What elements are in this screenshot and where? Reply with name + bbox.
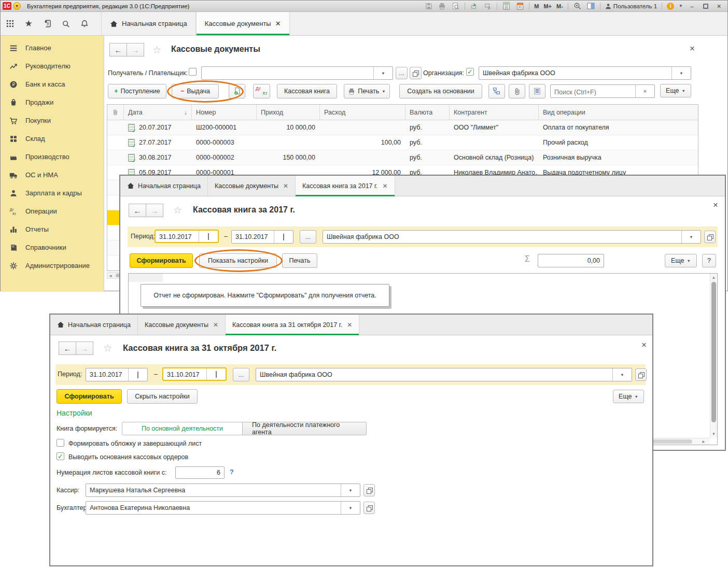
forward-button[interactable]: →	[76, 342, 93, 355]
zoom-icon[interactable]	[573, 2, 582, 10]
issue-button[interactable]: − Выдача	[172, 84, 219, 98]
dt-kt-button[interactable]: Дт Кт	[253, 84, 270, 98]
organization-combobox[interactable]: Швейная фабрика ООО▼	[323, 230, 701, 244]
sidebar-item-manager[interactable]: Руководителю	[1, 57, 104, 75]
column-header-counterparty[interactable]: Контрагент	[450, 105, 539, 120]
recipient-choose-button[interactable]: ...	[396, 67, 408, 79]
sidebar-item-purchases[interactable]: Покупки	[1, 111, 104, 130]
memory-add-button[interactable]: M+	[543, 2, 552, 10]
cashier-combobox[interactable]: Маркушева Наталья Сергеевна▼	[86, 483, 360, 497]
tab-close-icon[interactable]: ✕	[383, 182, 388, 190]
help-button[interactable]: ?	[702, 254, 716, 267]
close-button[interactable]: ×	[715, 2, 723, 10]
form-close-icon[interactable]: ×	[690, 44, 695, 53]
back-button[interactable]: ←	[109, 43, 127, 56]
generate-button[interactable]: Сформировать	[57, 389, 122, 404]
sidebar-item-administration[interactable]: Администрирование	[1, 257, 104, 275]
option-main-activity[interactable]: По основной деятельности	[122, 422, 243, 435]
generate-button[interactable]: Сформировать	[130, 253, 193, 268]
sidebar-item-warehouse[interactable]: Склад	[1, 130, 104, 148]
tab-cash-book-2017[interactable]: Кассовая книга за 2017 г.✕	[296, 176, 395, 196]
memory-recall-button[interactable]: M	[534, 2, 539, 10]
calendar-icon[interactable]: 31	[515, 2, 524, 10]
search-input[interactable]	[554, 89, 632, 96]
date-from-field[interactable]: 31.10.2017	[155, 230, 219, 243]
date-to-field[interactable]: 31.10.2017	[231, 230, 293, 244]
tab-close-icon[interactable]: ✕	[283, 182, 288, 190]
table-row[interactable]: 30.08.2017 0000-000002 150 000,00 руб. О…	[107, 150, 698, 165]
current-user[interactable]: Пользователь 1	[605, 3, 657, 9]
main-menu-dropdown-icon[interactable]: ▼	[13, 2, 21, 10]
tab-close-icon[interactable]: ✕	[347, 321, 352, 329]
date-to-field[interactable]: 31.10.2017	[162, 367, 227, 381]
organization-open-button[interactable]	[635, 368, 647, 381]
organization-open-button[interactable]	[704, 231, 716, 243]
tab-home[interactable]: Начальная страница	[120, 176, 208, 196]
tab-close-icon[interactable]: ✕	[275, 20, 281, 27]
favorite-star-icon[interactable]: ☆	[173, 204, 182, 216]
column-header-date[interactable]: Дата ↓	[124, 105, 192, 120]
info-icon[interactable]: i	[667, 3, 674, 10]
attachment-column-icon[interactable]	[107, 105, 124, 120]
form-close-icon[interactable]: ×	[713, 201, 718, 209]
forward-button[interactable]: →	[127, 43, 144, 56]
back-button[interactable]: ←	[129, 204, 146, 217]
numbering-help-link[interactable]: ?	[230, 468, 234, 476]
preview-icon[interactable]	[451, 2, 460, 10]
tab-home[interactable]: Начальная страница	[101, 12, 196, 35]
period-choose-button[interactable]: ...	[233, 368, 249, 381]
recipient-filter-combobox[interactable]: ▼	[201, 66, 393, 80]
organization-combobox[interactable]: Швейная фабрика ООО▼	[479, 66, 691, 80]
accountant-open-button[interactable]	[363, 502, 375, 514]
copy-document-button[interactable]	[229, 84, 245, 98]
tab-cash-documents[interactable]: Кассовые документы✕	[138, 315, 226, 335]
organization-checkbox[interactable]: ✓	[466, 68, 474, 76]
create-based-on-button[interactable]: Создать на основании	[399, 84, 482, 98]
table-row[interactable]: 20.07.2017 Ш200-000001 10 000,00 руб. ОО…	[107, 120, 698, 135]
list-settings-button[interactable]	[529, 84, 545, 98]
tab-cash-documents[interactable]: Кассовые документы ✕	[196, 12, 290, 35]
forward-button[interactable]: →	[146, 204, 163, 217]
cashier-open-button[interactable]	[363, 484, 375, 496]
favorites-icon[interactable]: ★	[19, 12, 38, 35]
accountant-combobox[interactable]: Антонова Екатерина Николаевна▼	[86, 501, 360, 515]
tab-home[interactable]: Начальная страница	[50, 315, 138, 335]
history-icon[interactable]	[38, 12, 57, 35]
organization-combobox[interactable]: Швейная фабрика ООО▼	[256, 368, 632, 381]
show-settings-button[interactable]: Показать настройки	[199, 253, 277, 268]
favorite-star-icon[interactable]: ☆	[152, 44, 161, 56]
order-basis-checkbox[interactable]: ✓	[57, 452, 64, 460]
favorite-star-icon[interactable]: ☆	[103, 342, 112, 354]
sidebar-item-bank-cash[interactable]: ₽ Банк и касса	[1, 75, 104, 93]
print-menu-button[interactable]: Печать▼	[344, 84, 390, 98]
calendar-picker-icon[interactable]	[206, 368, 226, 380]
sidebar-item-references[interactable]: Справочники	[1, 238, 104, 257]
table-row[interactable]: 27.07.2017 0000-000003 100,00 руб. Прочи…	[107, 135, 698, 150]
cash-book-button[interactable]: Кассовая книга	[277, 84, 337, 98]
sum-field[interactable]: 0,00	[538, 254, 604, 267]
tab-close-icon[interactable]: ✕	[213, 321, 218, 329]
receipt-button[interactable]: + Поступление	[108, 84, 166, 98]
column-header-expense[interactable]: Расход	[320, 105, 405, 120]
tab-cash-book-october[interactable]: Кассовая книга за 31 октября 2017 г.✕	[226, 315, 359, 335]
period-choose-button[interactable]: ...	[300, 230, 316, 244]
attachments-button[interactable]	[509, 84, 525, 98]
date-from-field[interactable]: 31.10.2017	[86, 368, 148, 381]
print-button[interactable]: Печать	[282, 253, 317, 268]
notifications-bell-icon[interactable]	[75, 12, 94, 35]
calendar-picker-icon[interactable]	[274, 231, 293, 243]
sidebar-item-reports[interactable]: Отчеты	[1, 220, 104, 238]
more-button[interactable]: Еще▼	[665, 254, 697, 267]
more-button[interactable]: Еще▼	[613, 390, 644, 403]
all-functions-grid-icon[interactable]	[1, 12, 19, 35]
sidebar-item-production[interactable]: Производство	[1, 148, 104, 166]
recipient-open-button[interactable]	[410, 67, 422, 79]
tab-cash-documents[interactable]: Кассовые документы✕	[208, 176, 296, 196]
sidebar-item-salary-hr[interactable]: Зарплата и кадры	[1, 184, 104, 202]
minimize-button[interactable]: –	[688, 2, 696, 10]
column-header-operation[interactable]: Вид операции	[539, 105, 698, 120]
column-header-number[interactable]: Номер	[192, 105, 257, 120]
calendar-picker-icon[interactable]	[199, 231, 218, 242]
recipient-filter-checkbox[interactable]	[189, 68, 197, 76]
more-button[interactable]: Еще▼	[660, 84, 691, 97]
